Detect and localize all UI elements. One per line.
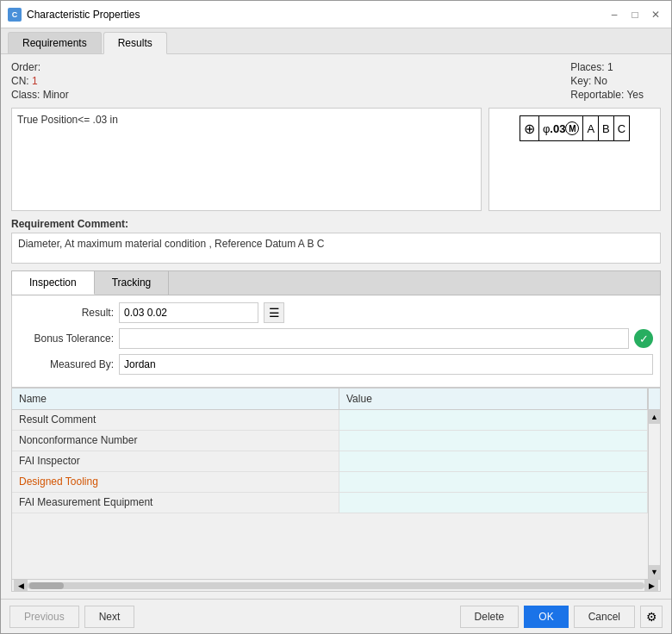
main-tab-bar: Requirements Results bbox=[1, 28, 671, 54]
reportable-field: Reportable: Yes bbox=[570, 89, 644, 101]
result-picker-button[interactable]: ☰ bbox=[264, 302, 284, 323]
inspection-form: Result: ☰ Bonus Tolerance: ✓ Measured By… bbox=[11, 295, 661, 388]
meta-section: Order: CN: 1 Class: Minor Places: 1 Key: bbox=[11, 61, 661, 101]
main-window: C Characteristic Properties – □ ✕ Requir… bbox=[0, 0, 672, 634]
table-content: Result Comment Nonconformance Number FAI… bbox=[12, 410, 660, 579]
window-title: Characteristic Properties bbox=[27, 9, 606, 21]
close-button[interactable]: ✕ bbox=[647, 6, 664, 23]
tolerance-value: .03 bbox=[550, 122, 565, 135]
vertical-scrollbar[interactable]: ▲ ▼ bbox=[648, 410, 660, 579]
row-name-fai-inspector: FAI Inspector bbox=[12, 451, 339, 471]
sub-tab-bar: Inspection Tracking bbox=[11, 270, 661, 295]
footer: Previous Next Delete OK Cancel ⚙ bbox=[1, 599, 671, 633]
bonus-tolerance-input[interactable] bbox=[119, 328, 629, 349]
row-name-result-comment: Result Comment bbox=[12, 410, 339, 430]
row-name-nonconformance: Nonconformance Number bbox=[12, 431, 339, 451]
table-row: Designed Tooling bbox=[12, 472, 648, 493]
row-value-designed-tooling[interactable] bbox=[339, 472, 648, 492]
cn-field: CN: 1 bbox=[11, 75, 69, 87]
table-body: Result Comment Nonconformance Number FAI… bbox=[12, 410, 648, 579]
description-text: True Position<= .03 in bbox=[17, 114, 118, 126]
position-icon: ⊕ bbox=[524, 121, 535, 137]
tab-requirements[interactable]: Requirements bbox=[8, 32, 102, 53]
result-row: Result: ☰ bbox=[19, 302, 653, 323]
places-field: Places: 1 bbox=[570, 61, 644, 73]
meta-right: Places: 1 Key: No Reportable: Yes bbox=[570, 61, 661, 101]
gdt-symbol-cell: ⊕ bbox=[520, 116, 539, 140]
result-label: Result: bbox=[19, 307, 114, 319]
row-value-fai-inspector[interactable] bbox=[339, 451, 648, 471]
ok-button[interactable]: OK bbox=[524, 606, 568, 628]
row-name-fai-measurement: FAI Measurement Equipment bbox=[12, 493, 339, 513]
row-name-designed-tooling: Designed Tooling bbox=[12, 472, 339, 492]
scroll-track bbox=[649, 424, 660, 565]
scroll-down-button[interactable]: ▼ bbox=[649, 565, 660, 579]
requirement-comment-box: Diameter, At maximum material condition … bbox=[11, 233, 661, 264]
key-field: Key: No bbox=[570, 75, 644, 87]
sub-tab-inspection[interactable]: Inspection bbox=[12, 271, 95, 295]
measured-by-label: Measured By: bbox=[19, 358, 114, 370]
value-column-header: Value bbox=[339, 388, 648, 409]
title-bar: C Characteristic Properties – □ ✕ bbox=[1, 1, 671, 28]
next-button[interactable]: Next bbox=[84, 606, 135, 628]
previous-button[interactable]: Previous bbox=[9, 606, 79, 628]
gdt-datum-c: C bbox=[614, 116, 629, 140]
app-icon: C bbox=[8, 8, 22, 22]
sub-tab-tracking[interactable]: Tracking bbox=[95, 271, 170, 295]
meta-left: Order: CN: 1 Class: Minor bbox=[11, 61, 69, 101]
requirement-comment-label: Requirement Comment: bbox=[11, 218, 661, 230]
gdt-frame: ⊕ φ .03 M A B C bbox=[520, 115, 630, 141]
gdt-panel: ⊕ φ .03 M A B C bbox=[488, 108, 661, 211]
modifier-m: M bbox=[565, 121, 579, 135]
table-row: FAI Measurement Equipment bbox=[12, 493, 648, 513]
bonus-tolerance-row: Bonus Tolerance: ✓ bbox=[19, 328, 653, 349]
scroll-up-button[interactable]: ▲ bbox=[649, 410, 660, 424]
description-panel: True Position<= .03 in bbox=[11, 108, 482, 211]
requirement-comment-section: Requirement Comment: Diameter, At maximu… bbox=[11, 218, 661, 264]
minimize-button[interactable]: – bbox=[606, 6, 623, 23]
table-row: FAI Inspector bbox=[12, 451, 648, 472]
middle-section: True Position<= .03 in ⊕ φ .03 M A B C bbox=[11, 108, 661, 211]
gdt-datum-b: B bbox=[599, 116, 614, 140]
scrollbar-header-spacer bbox=[648, 388, 660, 409]
window-controls: – □ ✕ bbox=[606, 6, 664, 23]
order-field: Order: bbox=[11, 61, 69, 73]
tool-button[interactable]: ⚙ bbox=[640, 606, 663, 628]
row-value-nonconformance[interactable] bbox=[339, 431, 648, 451]
gdt-value-cell: φ .03 M bbox=[539, 116, 584, 140]
gdt-datum-a: A bbox=[583, 116, 599, 140]
class-field: Class: Minor bbox=[11, 89, 69, 101]
name-column-header: Name bbox=[12, 388, 339, 409]
scroll-left-button[interactable]: ◀ bbox=[14, 580, 28, 592]
tab-results[interactable]: Results bbox=[103, 32, 167, 54]
row-value-fai-measurement[interactable] bbox=[339, 493, 648, 513]
table-row: Result Comment bbox=[12, 410, 648, 431]
maximize-button[interactable]: □ bbox=[626, 6, 644, 23]
valid-check-icon: ✓ bbox=[634, 329, 653, 348]
properties-table: Name Value Result Comment Nonconformance… bbox=[11, 388, 661, 592]
table-header-row: Name Value bbox=[12, 388, 660, 410]
measured-by-input[interactable] bbox=[119, 354, 653, 375]
table-row: Nonconformance Number bbox=[12, 431, 648, 451]
measured-by-row: Measured By: bbox=[19, 354, 653, 375]
hscroll-track bbox=[28, 582, 644, 589]
scroll-right-button[interactable]: ▶ bbox=[644, 580, 658, 592]
bonus-tolerance-label: Bonus Tolerance: bbox=[19, 333, 114, 345]
delete-button[interactable]: Delete bbox=[460, 606, 520, 628]
cancel-button[interactable]: Cancel bbox=[574, 606, 635, 628]
row-value-result-comment[interactable] bbox=[339, 410, 648, 430]
content-area: Order: CN: 1 Class: Minor Places: 1 Key: bbox=[1, 54, 671, 599]
hscroll-thumb[interactable] bbox=[29, 582, 64, 589]
diameter-symbol: φ bbox=[543, 122, 550, 135]
horizontal-scrollbar[interactable]: ◀ ▶ bbox=[12, 579, 660, 591]
result-input[interactable] bbox=[119, 302, 258, 323]
